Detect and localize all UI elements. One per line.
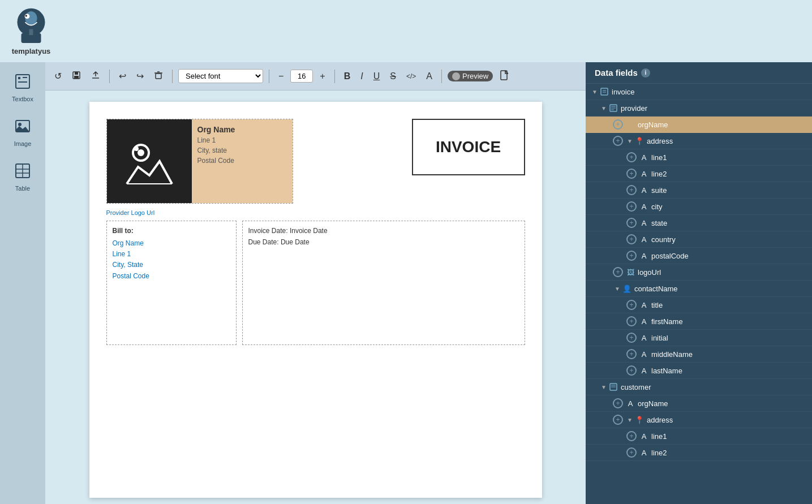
expand-contactname[interactable]: ▼ bbox=[613, 284, 622, 293]
add-line1-provider-btn[interactable]: + bbox=[626, 152, 637, 162]
undo-button[interactable]: ↩ bbox=[115, 68, 130, 84]
tree-item-firstname-contact[interactable]: + A firstName bbox=[586, 313, 812, 330]
add-address-provider-btn[interactable]: + bbox=[613, 136, 623, 146]
redo-button[interactable]: ↪ bbox=[133, 68, 147, 84]
image-icon bbox=[14, 117, 32, 139]
tree-item-customer[interactable]: ▼ customer bbox=[586, 379, 812, 395]
tree-item-country-provider[interactable]: + A country bbox=[586, 231, 812, 248]
bold-button[interactable]: B bbox=[341, 69, 354, 84]
sidebar-tool-image[interactable]: Image bbox=[6, 113, 40, 152]
expand-provider[interactable]: ▼ bbox=[599, 104, 608, 113]
provider-city-state: City, state bbox=[197, 147, 287, 154]
save-button[interactable] bbox=[68, 68, 84, 84]
provider-org-name: Org Name bbox=[197, 125, 287, 134]
tree-item-address-customer[interactable]: + ▼ 📍 address bbox=[586, 412, 812, 428]
tree-label-firstname-contact: firstName bbox=[651, 317, 807, 326]
code-button[interactable]: </> bbox=[403, 70, 419, 83]
add-middlename-contact-btn[interactable]: + bbox=[626, 349, 637, 359]
add-firstname-contact-btn[interactable]: + bbox=[626, 316, 637, 326]
add-state-provider-btn[interactable]: + bbox=[626, 218, 637, 228]
tree-item-line1-provider[interactable]: + A line1 bbox=[586, 149, 812, 166]
sidebar-tool-textbox[interactable]: Textbox bbox=[6, 68, 40, 107]
add-city-provider-btn[interactable]: + bbox=[626, 201, 637, 212]
tree-item-line1-customer[interactable]: + A line1 bbox=[586, 428, 812, 445]
add-lastname-contact-btn[interactable]: + bbox=[626, 365, 637, 376]
separator-2 bbox=[172, 70, 173, 83]
tree-item-line2-customer[interactable]: + A line2 bbox=[586, 445, 812, 461]
add-orgname-btn[interactable]: + bbox=[613, 119, 623, 130]
tree-item-orgname-customer[interactable]: + A orgName bbox=[586, 395, 812, 412]
tree-item-contactname-provider[interactable]: ▼ 👤 contactName bbox=[586, 281, 812, 297]
add-initial-contact-btn[interactable]: + bbox=[626, 333, 637, 343]
preview-toggle[interactable]: Preview bbox=[448, 71, 493, 81]
tree-label-line1-customer: line1 bbox=[651, 432, 807, 441]
data-fields-header: Data fields i bbox=[586, 62, 812, 84]
provider-icon bbox=[608, 103, 618, 113]
tree-item-state-provider[interactable]: + A state bbox=[586, 215, 812, 231]
canvas-area[interactable]: Org Name Line 1 City, state Postal Code … bbox=[45, 91, 586, 504]
svg-rect-5 bbox=[29, 29, 33, 35]
state-provider-icon: A bbox=[639, 218, 649, 228]
add-title-contact-btn[interactable]: + bbox=[626, 300, 637, 310]
invoice-title-block: INVOICE bbox=[412, 119, 525, 175]
bill-to-block: Bill to: Org Name Line 1 City, State Pos… bbox=[106, 221, 237, 345]
country-provider-icon: A bbox=[639, 234, 649, 244]
font-size-plus-button[interactable]: + bbox=[316, 69, 328, 84]
delete-button[interactable] bbox=[151, 68, 166, 84]
add-orgname-customer-btn[interactable]: + bbox=[613, 398, 623, 408]
tree-label-postalcode-provider: postalCode bbox=[651, 252, 807, 260]
tree-label-invoice: invoice bbox=[612, 88, 807, 96]
expand-customer[interactable]: ▼ bbox=[599, 382, 608, 391]
tree-label-address-customer: address bbox=[647, 416, 807, 424]
provider-logo-label: Provider Logo Url bbox=[106, 209, 155, 216]
expand-address-customer[interactable]: ▼ bbox=[625, 415, 634, 424]
italic-button[interactable]: I bbox=[357, 69, 366, 84]
add-logourl-provider-btn[interactable]: + bbox=[613, 267, 623, 277]
address-customer-icon: 📍 bbox=[634, 415, 645, 425]
bill-postal-code: Postal Code bbox=[113, 271, 230, 282]
tree-item-provider[interactable]: ▼ provider bbox=[586, 100, 812, 117]
add-line2-customer-btn[interactable]: + bbox=[626, 447, 637, 458]
data-fields-info-icon[interactable]: i bbox=[641, 68, 650, 77]
font-size-input[interactable] bbox=[290, 70, 313, 83]
add-line1-customer-btn[interactable]: + bbox=[626, 431, 637, 441]
data-fields-title: Data fields bbox=[595, 68, 638, 77]
font-color-button[interactable]: A bbox=[423, 69, 436, 84]
add-country-provider-btn[interactable]: + bbox=[626, 234, 637, 244]
font-size-minus-button[interactable]: − bbox=[275, 69, 287, 84]
expand-invoice[interactable]: ▼ bbox=[590, 87, 599, 96]
upload-button[interactable] bbox=[88, 68, 104, 84]
add-line2-provider-btn[interactable]: + bbox=[626, 169, 637, 179]
invoice-dates-block: Invoice Date: Invoice Date Due Date: Due… bbox=[242, 221, 525, 345]
middlename-contact-icon: A bbox=[639, 349, 649, 359]
tree-item-suite-provider[interactable]: + A suite bbox=[586, 182, 812, 199]
tree-label-initial-contact: initial bbox=[651, 334, 807, 342]
tree-item-invoice[interactable]: ▼ invoice bbox=[586, 84, 812, 100]
add-address-customer-btn[interactable]: + bbox=[613, 415, 623, 425]
underline-button[interactable]: U bbox=[370, 69, 384, 84]
pdf-button[interactable] bbox=[496, 68, 513, 85]
strikethrough-button[interactable]: S bbox=[386, 69, 399, 84]
tree-item-city-provider[interactable]: + A city bbox=[586, 199, 812, 215]
font-select[interactable]: Select font bbox=[178, 69, 263, 83]
provider-line1: Line 1 bbox=[197, 136, 287, 144]
tree-item-line2-provider[interactable]: + A line2 bbox=[586, 166, 812, 182]
right-sidebar: Data fields i ▼ invoice ▼ provider + A o… bbox=[586, 62, 812, 504]
tree-item-address-provider[interactable]: + ▼ 📍 address bbox=[586, 133, 812, 149]
add-postalcode-provider-btn[interactable]: + bbox=[626, 251, 637, 261]
refresh-button[interactable]: ↺ bbox=[51, 68, 65, 84]
line1-provider-icon: A bbox=[639, 152, 649, 162]
tree-item-postalcode-provider[interactable]: + A postalCode bbox=[586, 248, 812, 264]
expand-address-provider[interactable]: ▼ bbox=[625, 136, 634, 145]
tree-item-title-contact[interactable]: + A title bbox=[586, 297, 812, 313]
tree-item-logourl-provider[interactable]: + 🖼 logoUrl bbox=[586, 264, 812, 281]
add-suite-provider-btn[interactable]: + bbox=[626, 185, 637, 195]
table-label: Table bbox=[15, 185, 30, 192]
tree-item-lastname-contact[interactable]: + A lastName bbox=[586, 363, 812, 379]
sidebar-tool-table[interactable]: Table bbox=[6, 157, 40, 196]
tree-label-line2-provider: line2 bbox=[651, 170, 807, 178]
tree-item-orgname[interactable]: + A orgName bbox=[586, 117, 812, 133]
tree-item-initial-contact[interactable]: + A initial bbox=[586, 330, 812, 346]
tree-item-middlename-contact[interactable]: + A middleName bbox=[586, 346, 812, 363]
invoice-date-label: Invoice Date: bbox=[248, 227, 288, 235]
